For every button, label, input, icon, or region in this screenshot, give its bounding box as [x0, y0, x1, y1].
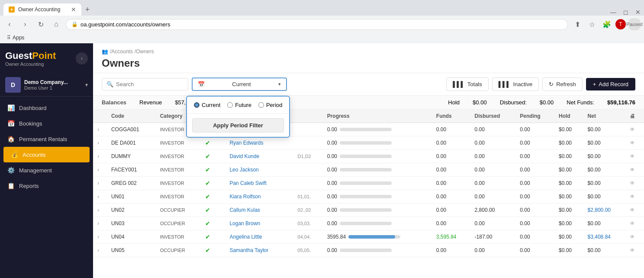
row-view[interactable]: 👁 — [625, 177, 644, 190]
period-radio-period[interactable] — [258, 102, 264, 108]
row-view[interactable]: 👁 — [625, 217, 644, 230]
period-radio-current[interactable] — [194, 102, 200, 108]
row-name[interactable]: Kiara Rolfson — [225, 190, 293, 204]
row-view[interactable]: 👁 — [625, 244, 644, 257]
new-tab-button[interactable]: + — [81, 3, 93, 16]
col-pending[interactable]: Pending — [515, 110, 554, 123]
col-code[interactable]: Code — [107, 110, 156, 123]
row-expand[interactable]: › — [93, 230, 107, 244]
user-section[interactable]: D Demo Company... Demo User 1 ▾ — [0, 74, 93, 97]
search-box[interactable]: 🔍 — [102, 78, 188, 91]
search-input[interactable] — [116, 81, 181, 87]
row-view[interactable]: 👁 — [625, 150, 644, 163]
period-option-period[interactable]: Period — [258, 102, 283, 108]
col-funds[interactable]: Funds — [432, 110, 470, 123]
back-button[interactable]: ‹ — [3, 18, 16, 30]
inactive-button[interactable]: ▌▌▌ Inactive — [492, 78, 539, 91]
col-disbursed[interactable]: Disbursed — [470, 110, 516, 123]
period-radio-future[interactable] — [227, 102, 233, 108]
sidebar-item-management[interactable]: ⚙️ Management — [0, 162, 93, 178]
row-name[interactable]: Angelina Little — [225, 230, 293, 244]
row-code: UN03 — [107, 217, 156, 230]
address-bar[interactable]: 🔒 oa.guestpoint.com/accounts/owners — [66, 19, 568, 30]
col-hold[interactable]: Hold — [554, 110, 583, 123]
apps-bookmark[interactable]: ⠿ Apps — [3, 34, 28, 42]
row-expand[interactable]: › — [93, 163, 107, 177]
row-expand[interactable]: › — [93, 177, 107, 190]
minimize-button[interactable]: — — [610, 9, 616, 16]
row-code: FACEY001 — [107, 163, 156, 177]
row-name[interactable]: Ryan Edwards — [225, 136, 293, 150]
row-expand[interactable]: › — [93, 204, 107, 217]
share-icon[interactable]: ⬆ — [571, 18, 583, 30]
sidebar-item-reports[interactable]: 📋 Reports — [0, 178, 93, 194]
row-name[interactable]: Callum Kulas — [225, 204, 293, 217]
home-button[interactable]: ⌂ — [50, 18, 62, 30]
breadcrumb-accounts: /Accounts — [110, 48, 133, 55]
inactive-chart-icon: ▌▌▌ — [499, 81, 511, 87]
period-dropdown[interactable]: 📅 Current ▾ — [192, 78, 287, 91]
row-name[interactable]: Samantha Taylor — [225, 244, 293, 257]
sidebar-item-dashboard[interactable]: 📊 Dashboard — [0, 100, 93, 116]
row-view[interactable]: 👁 — [625, 163, 644, 177]
row-expand[interactable]: › — [93, 123, 107, 136]
row-progress: 0.00 — [323, 217, 432, 230]
row-disbursed: 0.00 — [470, 244, 516, 257]
period-option-current[interactable]: Current — [194, 102, 220, 108]
restore-button[interactable]: ◻ — [623, 9, 628, 16]
forward-button[interactable]: › — [19, 18, 31, 30]
tab-close-button[interactable]: ✕ — [71, 6, 76, 13]
row-view[interactable]: 👁 — [625, 204, 644, 217]
row-view[interactable]: 👁 — [625, 230, 644, 244]
row-progress: 0.00 — [323, 150, 432, 163]
row-name[interactable]: Leo Jackson — [225, 163, 293, 177]
row-view[interactable]: 👁 — [625, 190, 644, 204]
row-name[interactable]: Logan Brown — [225, 217, 293, 230]
totals-button[interactable]: ▌▌▌ Totals — [446, 78, 489, 91]
period-text: Current — [232, 81, 251, 87]
row-expand[interactable]: › — [93, 190, 107, 204]
col-net[interactable]: Net — [583, 110, 626, 123]
row-expand[interactable]: › — [93, 244, 107, 257]
apply-period-filter-button[interactable]: Apply Period Filter — [192, 118, 284, 133]
row-progress: 0.00 — [323, 244, 432, 257]
reload-button[interactable]: ↻ — [35, 18, 47, 30]
row-funds: 0.00 — [432, 190, 470, 204]
row-net: $0.00 — [583, 190, 626, 204]
add-record-button[interactable]: + Add Record — [586, 78, 635, 91]
refresh-button[interactable]: ↻ Refresh — [542, 78, 583, 91]
table-row: › UN04 INVESTOR ✔ Angelina Little 04,04.… — [93, 230, 644, 244]
bar-chart-icon: ▌▌▌ — [453, 81, 465, 87]
row-name[interactable]: David Kunde — [225, 150, 293, 163]
sidebar-header: GuestPoint Owner Accounting ‹ — [0, 43, 93, 74]
row-expand[interactable]: › — [93, 150, 107, 163]
profile-icon[interactable]: T — [615, 19, 626, 29]
row-code: GREG 002 — [107, 177, 156, 190]
row-disbursed: 0.00 — [470, 190, 516, 204]
period-option-future[interactable]: Future — [227, 102, 251, 108]
row-extra — [293, 136, 323, 150]
close-window-button[interactable]: ✕ — [635, 9, 641, 16]
row-code: UN02 — [107, 204, 156, 217]
row-name[interactable]: Pan Caleb Swift — [225, 177, 293, 190]
row-category: INVESTOR — [156, 230, 201, 244]
sidebar-collapse-button[interactable]: ‹ — [76, 52, 88, 65]
refresh-icon: ↻ — [549, 81, 554, 87]
row-expand[interactable]: › — [93, 136, 107, 150]
logo-guest: Guest — [5, 50, 32, 61]
col-progress[interactable]: Progress — [323, 110, 432, 123]
bookmarks-bar: ⠿ Apps — [0, 33, 644, 43]
extension-icon[interactable]: 🧩 — [601, 18, 613, 30]
sidebar-item-label: Permanent Rentals — [19, 136, 67, 142]
sidebar-item-bookings[interactable]: 📅 Bookings — [0, 116, 93, 131]
search-icon: 🔍 — [106, 81, 113, 87]
browser-tab[interactable]: ▼ Owner Accounting ✕ — [3, 3, 81, 16]
row-view[interactable]: 👁 — [625, 136, 644, 150]
row-view[interactable]: 👁 — [625, 123, 644, 136]
row-eft: ✔ — [201, 230, 225, 244]
sidebar-item-permanent-rentals[interactable]: 🏠 Permanent Rentals — [0, 131, 93, 147]
breadcrumb: 👥 /Accounts /Owners — [102, 48, 635, 55]
bookmark-icon[interactable]: ☆ — [586, 18, 598, 30]
row-expand[interactable]: › — [93, 217, 107, 230]
sidebar-item-accounts[interactable]: 💰 Accounts — [3, 147, 90, 162]
